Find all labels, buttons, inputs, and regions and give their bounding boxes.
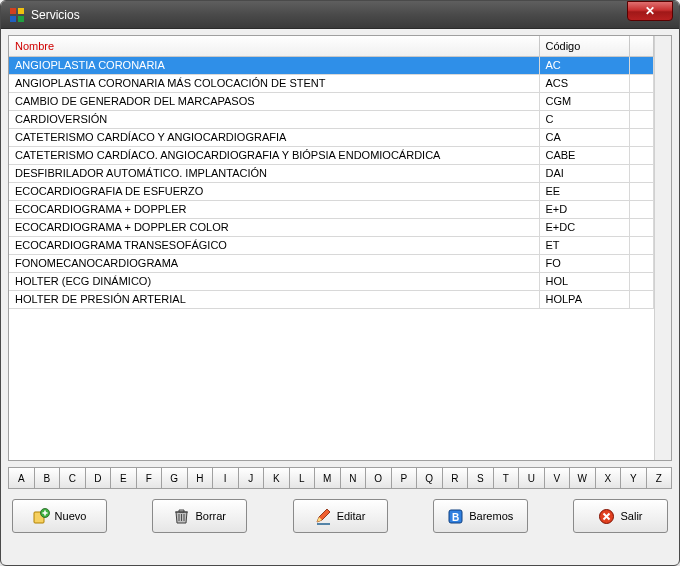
alpha-filter-f[interactable]: F	[136, 467, 163, 489]
alpha-filter-j[interactable]: J	[238, 467, 265, 489]
edit-icon	[315, 508, 332, 525]
alpha-filter-y[interactable]: Y	[620, 467, 647, 489]
table-row[interactable]: HOLTER (ECG DINÁMICO)HOL	[9, 272, 654, 290]
cell-spacer	[629, 74, 654, 92]
new-button-label: Nuevo	[55, 510, 87, 522]
cell-spacer	[629, 182, 654, 200]
exit-button-label: Salir	[620, 510, 642, 522]
cell-name: CATETERISMO CARDÍACO. ANGIOCARDIOGRAFIA …	[9, 146, 539, 164]
table-row[interactable]: ANGIOPLASTIA CORONARIAAC	[9, 56, 654, 74]
new-button[interactable]: Nuevo	[12, 499, 107, 533]
cell-name: CATETERISMO CARDÍACO Y ANGIOCARDIOGRAFIA	[9, 128, 539, 146]
cell-spacer	[629, 110, 654, 128]
cell-name: ANGIOPLASTIA CORONARIA MÁS COLOCACIÓN DE…	[9, 74, 539, 92]
alpha-filter-q[interactable]: Q	[416, 467, 443, 489]
close-button[interactable]: ✕	[627, 1, 673, 21]
cell-code: E+DC	[539, 218, 629, 236]
cell-name: ECOCARDIOGRAMA TRANSESOFÁGICO	[9, 236, 539, 254]
alpha-filter-o[interactable]: O	[365, 467, 392, 489]
table-row[interactable]: ECOCARDIOGRAFIA DE ESFUERZOEE	[9, 182, 654, 200]
alpha-filter-l[interactable]: L	[289, 467, 316, 489]
exit-button[interactable]: Salir	[573, 499, 668, 533]
table-row[interactable]: CATETERISMO CARDÍACO Y ANGIOCARDIOGRAFIA…	[9, 128, 654, 146]
services-table-container: Nombre Código ANGIOPLASTIA CORONARIAACAN…	[8, 35, 672, 461]
alpha-filter-s[interactable]: S	[467, 467, 494, 489]
cell-name: ECOCARDIOGRAFIA DE ESFUERZO	[9, 182, 539, 200]
alpha-filter-b[interactable]: B	[34, 467, 61, 489]
cell-spacer	[629, 146, 654, 164]
alpha-filter-x[interactable]: X	[595, 467, 622, 489]
cell-spacer	[629, 218, 654, 236]
table-row[interactable]: FONOMECANOCARDIOGRAMAFO	[9, 254, 654, 272]
table-scroll-area[interactable]: Nombre Código ANGIOPLASTIA CORONARIAACAN…	[9, 36, 654, 460]
alpha-filter-u[interactable]: U	[518, 467, 545, 489]
table-row[interactable]: ECOCARDIOGRAMA TRANSESOFÁGICOET	[9, 236, 654, 254]
column-header-name[interactable]: Nombre	[9, 36, 539, 56]
alphabet-filter-bar: ABCDEFGHIJKLMNOPQRSTUVWXYZ	[8, 467, 672, 489]
cell-spacer	[629, 56, 654, 74]
svg-text:B: B	[452, 511, 459, 522]
baremos-button-label: Baremos	[469, 510, 513, 522]
window-title: Servicios	[31, 8, 675, 22]
titlebar[interactable]: Servicios ✕	[1, 1, 679, 29]
svg-rect-0	[10, 8, 16, 14]
alpha-filter-i[interactable]: I	[212, 467, 239, 489]
delete-button[interactable]: Borrar	[152, 499, 247, 533]
cell-code: C	[539, 110, 629, 128]
cell-name: ANGIOPLASTIA CORONARIA	[9, 56, 539, 74]
baremos-button[interactable]: B Baremos	[433, 499, 528, 533]
alpha-filter-t[interactable]: T	[493, 467, 520, 489]
services-table: Nombre Código ANGIOPLASTIA CORONARIAACAN…	[9, 36, 654, 309]
cell-code: HOLPA	[539, 290, 629, 308]
window-frame: Servicios ✕ Nombre Código	[0, 0, 680, 566]
column-header-code[interactable]: Código	[539, 36, 629, 56]
svg-rect-3	[18, 16, 24, 22]
table-row[interactable]: CARDIOVERSIÓNC	[9, 110, 654, 128]
cell-code: CABE	[539, 146, 629, 164]
cell-code: ET	[539, 236, 629, 254]
cell-spacer	[629, 236, 654, 254]
cell-name: HOLTER (ECG DINÁMICO)	[9, 272, 539, 290]
alpha-filter-c[interactable]: C	[59, 467, 86, 489]
cell-spacer	[629, 164, 654, 182]
cell-spacer	[629, 254, 654, 272]
svg-rect-2	[10, 16, 16, 22]
alpha-filter-w[interactable]: W	[569, 467, 596, 489]
cell-code: CGM	[539, 92, 629, 110]
cell-spacer	[629, 92, 654, 110]
edit-button-label: Editar	[337, 510, 366, 522]
alpha-filter-g[interactable]: G	[161, 467, 188, 489]
cell-name: FONOMECANOCARDIOGRAMA	[9, 254, 539, 272]
table-row[interactable]: HOLTER DE PRESIÓN ARTERIALHOLPA	[9, 290, 654, 308]
alpha-filter-m[interactable]: M	[314, 467, 341, 489]
cell-code: HOL	[539, 272, 629, 290]
alpha-filter-d[interactable]: D	[85, 467, 112, 489]
table-row[interactable]: ECOCARDIOGRAMA + DOPPLERE+D	[9, 200, 654, 218]
alpha-filter-e[interactable]: E	[110, 467, 137, 489]
cell-spacer	[629, 290, 654, 308]
cell-name: HOLTER DE PRESIÓN ARTERIAL	[9, 290, 539, 308]
cell-code: DAI	[539, 164, 629, 182]
table-row[interactable]: ECOCARDIOGRAMA + DOPPLER COLORE+DC	[9, 218, 654, 236]
cell-spacer	[629, 200, 654, 218]
client-area: Nombre Código ANGIOPLASTIA CORONARIAACAN…	[2, 29, 678, 564]
alpha-filter-p[interactable]: P	[391, 467, 418, 489]
table-row[interactable]: DESFIBRILADOR AUTOMÁTICO. IMPLANTACIÓNDA…	[9, 164, 654, 182]
close-icon: ✕	[645, 5, 655, 17]
alpha-filter-a[interactable]: A	[8, 467, 35, 489]
cell-spacer	[629, 272, 654, 290]
new-icon	[33, 508, 50, 525]
alpha-filter-v[interactable]: V	[544, 467, 571, 489]
cell-name: CARDIOVERSIÓN	[9, 110, 539, 128]
alpha-filter-z[interactable]: Z	[646, 467, 673, 489]
table-row[interactable]: ANGIOPLASTIA CORONARIA MÁS COLOCACIÓN DE…	[9, 74, 654, 92]
vertical-scrollbar[interactable]	[654, 36, 671, 460]
table-row[interactable]: CATETERISMO CARDÍACO. ANGIOCARDIOGRAFIA …	[9, 146, 654, 164]
edit-button[interactable]: Editar	[293, 499, 388, 533]
cell-spacer	[629, 128, 654, 146]
alpha-filter-n[interactable]: N	[340, 467, 367, 489]
alpha-filter-r[interactable]: R	[442, 467, 469, 489]
alpha-filter-h[interactable]: H	[187, 467, 214, 489]
alpha-filter-k[interactable]: K	[263, 467, 290, 489]
table-row[interactable]: CAMBIO DE GENERADOR DEL MARCAPASOSCGM	[9, 92, 654, 110]
